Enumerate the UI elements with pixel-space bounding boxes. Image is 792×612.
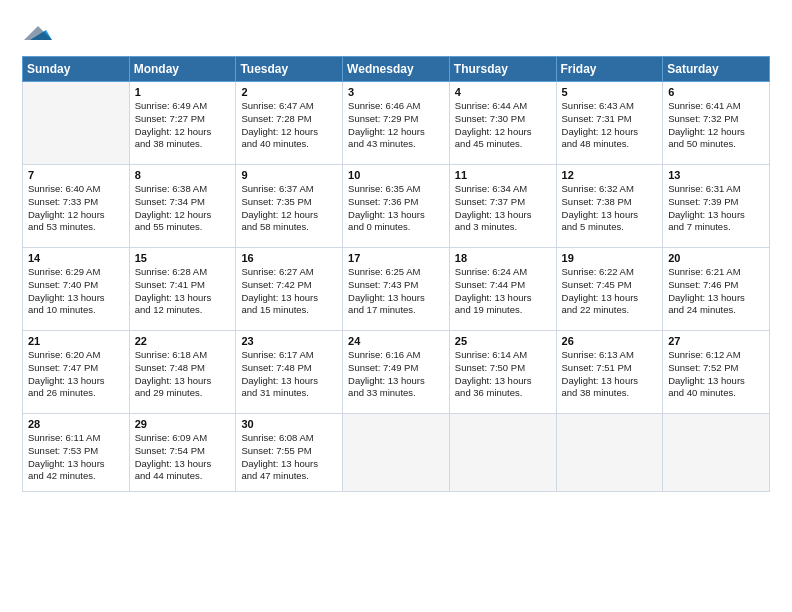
cell-text: Daylight: 13 hours [135,292,231,305]
cell-text: Sunrise: 6:44 AM [455,100,551,113]
weekday-header-sunday: Sunday [23,57,130,82]
weekday-header-thursday: Thursday [449,57,556,82]
day-number: 29 [135,418,231,430]
day-cell-8: 8Sunrise: 6:38 AMSunset: 7:34 PMDaylight… [129,165,236,248]
cell-text: Sunset: 7:31 PM [562,113,658,126]
cell-text: Sunset: 7:54 PM [135,445,231,458]
cell-text: and 40 minutes. [668,387,764,400]
cell-text: Sunrise: 6:35 AM [348,183,444,196]
cell-text: and 5 minutes. [562,221,658,234]
cell-text: Sunrise: 6:31 AM [668,183,764,196]
day-cell-14: 14Sunrise: 6:29 AMSunset: 7:40 PMDayligh… [23,248,130,331]
cell-text: Daylight: 13 hours [668,292,764,305]
cell-text: Sunset: 7:49 PM [348,362,444,375]
day-number: 24 [348,335,444,347]
cell-text: Daylight: 12 hours [135,126,231,139]
cell-text: and 38 minutes. [135,138,231,151]
cell-text: Sunrise: 6:41 AM [668,100,764,113]
cell-text: and 42 minutes. [28,470,124,483]
cell-text: Daylight: 13 hours [455,292,551,305]
cell-text: Daylight: 13 hours [348,209,444,222]
cell-text: Daylight: 13 hours [455,375,551,388]
cell-text: and 44 minutes. [135,470,231,483]
day-number: 16 [241,252,337,264]
cell-text: Sunset: 7:36 PM [348,196,444,209]
cell-text: and 31 minutes. [241,387,337,400]
day-cell-25: 25Sunrise: 6:14 AMSunset: 7:50 PMDayligh… [449,331,556,414]
calendar-page: SundayMondayTuesdayWednesdayThursdayFrid… [0,0,792,612]
cell-text: Sunrise: 6:46 AM [348,100,444,113]
day-cell-18: 18Sunrise: 6:24 AMSunset: 7:44 PMDayligh… [449,248,556,331]
cell-text: Daylight: 13 hours [562,209,658,222]
week-row-1: 1Sunrise: 6:49 AMSunset: 7:27 PMDaylight… [23,82,770,165]
day-cell-15: 15Sunrise: 6:28 AMSunset: 7:41 PMDayligh… [129,248,236,331]
day-number: 22 [135,335,231,347]
day-cell-6: 6Sunrise: 6:41 AMSunset: 7:32 PMDaylight… [663,82,770,165]
day-cell-11: 11Sunrise: 6:34 AMSunset: 7:37 PMDayligh… [449,165,556,248]
cell-text: Sunset: 7:29 PM [348,113,444,126]
cell-text: Sunrise: 6:27 AM [241,266,337,279]
cell-text: Daylight: 12 hours [28,209,124,222]
cell-text: Daylight: 13 hours [28,458,124,471]
cell-text: and 53 minutes. [28,221,124,234]
day-cell-9: 9Sunrise: 6:37 AMSunset: 7:35 PMDaylight… [236,165,343,248]
day-cell-23: 23Sunrise: 6:17 AMSunset: 7:48 PMDayligh… [236,331,343,414]
cell-text: Daylight: 13 hours [135,458,231,471]
cell-text: Sunrise: 6:49 AM [135,100,231,113]
cell-text: Sunrise: 6:38 AM [135,183,231,196]
week-row-2: 7Sunrise: 6:40 AMSunset: 7:33 PMDaylight… [23,165,770,248]
cell-text: and 33 minutes. [348,387,444,400]
cell-text: Sunset: 7:35 PM [241,196,337,209]
cell-text: Daylight: 12 hours [241,126,337,139]
cell-text: and 26 minutes. [28,387,124,400]
cell-text: Sunrise: 6:21 AM [668,266,764,279]
cell-text: Sunrise: 6:28 AM [135,266,231,279]
day-number: 2 [241,86,337,98]
cell-text: Sunrise: 6:18 AM [135,349,231,362]
day-cell-5: 5Sunrise: 6:43 AMSunset: 7:31 PMDaylight… [556,82,663,165]
cell-text: Sunset: 7:52 PM [668,362,764,375]
cell-text: Sunrise: 6:25 AM [348,266,444,279]
day-number: 8 [135,169,231,181]
day-cell-28: 28Sunrise: 6:11 AMSunset: 7:53 PMDayligh… [23,414,130,492]
cell-text: and 17 minutes. [348,304,444,317]
cell-text: Sunrise: 6:40 AM [28,183,124,196]
day-cell-30: 30Sunrise: 6:08 AMSunset: 7:55 PMDayligh… [236,414,343,492]
day-number: 30 [241,418,337,430]
page-header [22,18,770,46]
day-number: 6 [668,86,764,98]
day-cell-2: 2Sunrise: 6:47 AMSunset: 7:28 PMDaylight… [236,82,343,165]
cell-text: Daylight: 13 hours [241,458,337,471]
cell-text: and 40 minutes. [241,138,337,151]
cell-text: Daylight: 12 hours [241,209,337,222]
cell-text: and 45 minutes. [455,138,551,151]
cell-text: Sunset: 7:30 PM [455,113,551,126]
cell-text: Daylight: 13 hours [348,292,444,305]
cell-text: Sunrise: 6:22 AM [562,266,658,279]
cell-text: Daylight: 13 hours [562,375,658,388]
cell-text: Sunset: 7:34 PM [135,196,231,209]
week-row-4: 21Sunrise: 6:20 AMSunset: 7:47 PMDayligh… [23,331,770,414]
cell-text: Sunset: 7:27 PM [135,113,231,126]
day-number: 17 [348,252,444,264]
cell-text: Daylight: 12 hours [348,126,444,139]
empty-cell [449,414,556,492]
weekday-header-monday: Monday [129,57,236,82]
logo [22,18,52,46]
empty-cell [343,414,450,492]
cell-text: Daylight: 12 hours [455,126,551,139]
cell-text: Daylight: 13 hours [241,375,337,388]
cell-text: Sunset: 7:46 PM [668,279,764,292]
empty-cell [556,414,663,492]
logo-icon [24,18,52,46]
cell-text: Sunset: 7:45 PM [562,279,658,292]
day-number: 15 [135,252,231,264]
day-cell-29: 29Sunrise: 6:09 AMSunset: 7:54 PMDayligh… [129,414,236,492]
day-number: 7 [28,169,124,181]
day-number: 3 [348,86,444,98]
cell-text: Sunrise: 6:14 AM [455,349,551,362]
cell-text: Sunset: 7:40 PM [28,279,124,292]
cell-text: and 3 minutes. [455,221,551,234]
day-cell-1: 1Sunrise: 6:49 AMSunset: 7:27 PMDaylight… [129,82,236,165]
weekday-header-tuesday: Tuesday [236,57,343,82]
